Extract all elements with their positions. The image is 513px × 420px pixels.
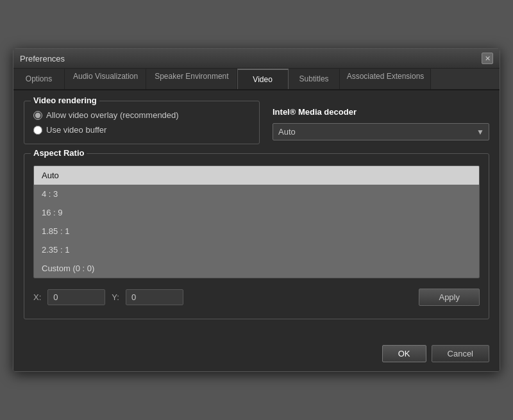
intel-decoder-select[interactable]: Auto Software Hardware <box>273 123 489 140</box>
intel-decoder-section: Intel® Media decoder Auto Software Hardw… <box>273 101 489 153</box>
tab-associated-extensions[interactable]: Associated Extensions <box>340 69 432 89</box>
buffer-option[interactable]: Use video buffer <box>33 125 250 135</box>
ok-button[interactable]: OK <box>382 345 426 362</box>
tab-bar: Options Audio Visualization Speaker Envi… <box>13 69 500 90</box>
y-label: Y: <box>112 292 119 302</box>
aspect-item-custom[interactable]: Custom (0 : 0) <box>34 259 479 278</box>
video-rendering-title: Video rendering <box>31 96 99 105</box>
aspect-item-16-9[interactable]: 16 : 9 <box>34 203 479 222</box>
video-rendering-options: Allow video overlay (recommended) Use vi… <box>33 110 250 135</box>
x-input[interactable] <box>47 289 105 305</box>
apply-button[interactable]: Apply <box>419 289 480 306</box>
aspect-ratio-list: Auto 4 : 3 16 : 9 1.85 : 1 2.35 : 1 Cust… <box>33 165 480 278</box>
tab-video[interactable]: Video <box>237 69 289 89</box>
preferences-dialog: Preferences ✕ Options Audio Visualizatio… <box>13 48 500 372</box>
intel-decoder-title: Intel® Media decoder <box>273 107 357 117</box>
tab-audio-visualization[interactable]: Audio Visualization <box>65 69 146 89</box>
aspect-ratio-section: Aspect Ratio Auto 4 : 3 16 : 9 1.85 : 1 … <box>24 153 489 319</box>
cancel-button[interactable]: Cancel <box>432 345 489 362</box>
aspect-item-auto[interactable]: Auto <box>34 166 479 185</box>
title-bar: Preferences ✕ <box>13 49 500 69</box>
tab-content: Video rendering Allow video overlay (rec… <box>13 90 500 339</box>
buffer-label: Use video buffer <box>46 125 106 135</box>
overlay-option[interactable]: Allow video overlay (recommended) <box>33 110 250 120</box>
overlay-radio[interactable] <box>33 111 42 120</box>
y-input[interactable] <box>126 289 183 305</box>
tab-options[interactable]: Options <box>13 69 65 89</box>
intel-decoder-select-wrapper: Auto Software Hardware ▼ <box>273 123 489 140</box>
aspect-item-2-35[interactable]: 2.35 : 1 <box>34 240 479 259</box>
dialog-title: Preferences <box>20 54 65 63</box>
dialog-footer: OK Cancel <box>13 339 500 371</box>
buffer-radio[interactable] <box>33 126 42 135</box>
aspect-ratio-title: Aspect Ratio <box>31 148 87 158</box>
x-label: X: <box>33 292 41 302</box>
overlay-label: Allow video overlay (recommended) <box>46 110 179 120</box>
tab-speaker-environment[interactable]: Speaker Environment <box>146 69 237 89</box>
video-rendering-section: Video rendering Allow video overlay (rec… <box>24 101 260 144</box>
aspect-item-4-3[interactable]: 4 : 3 <box>34 185 479 203</box>
close-button[interactable]: ✕ <box>482 53 493 64</box>
tab-subtitles[interactable]: Subtitles <box>289 69 340 89</box>
custom-coords-row: X: Y: Apply <box>33 285 480 310</box>
aspect-item-1-85[interactable]: 1.85 : 1 <box>34 222 479 240</box>
